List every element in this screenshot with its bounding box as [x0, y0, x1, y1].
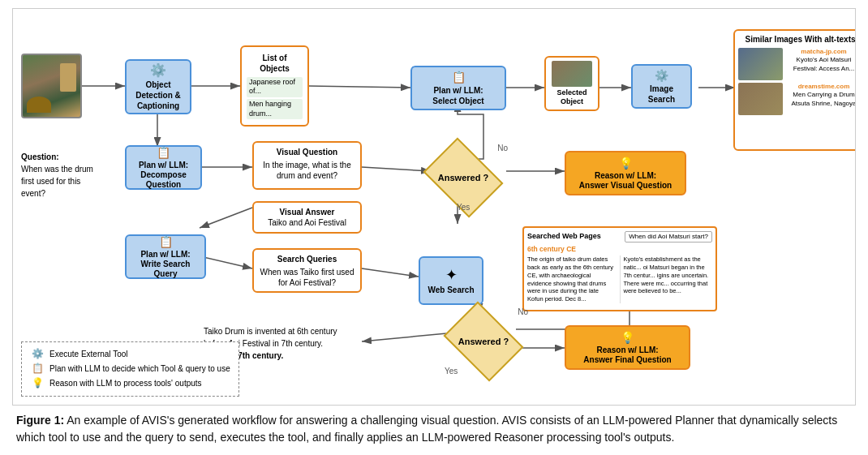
search-query-shown: When did Aoi Matsuri start?	[625, 231, 712, 243]
no-label-2: No	[518, 307, 528, 316]
visual-question-text: In the image, what is the drum and event…	[258, 160, 356, 181]
site1-label: matcha-jp.com	[785, 48, 856, 56]
question-label: Question:	[21, 152, 59, 161]
legend: ⚙️ Execute External Tool 📋 Plan with LLM…	[21, 341, 239, 397]
visual-answer-box: Visual Answer Taiko and Aoi Festival	[252, 201, 362, 234]
svg-line-13	[362, 268, 419, 277]
reason-visual-label: Reason w/ LLM: Answer Visual Question	[579, 171, 672, 191]
legend-item-1: ⚙️ Execute External Tool	[30, 347, 230, 362]
reason-final-box: 💡 Reason w/ LLM: Answer Final Question	[565, 325, 690, 370]
search-queries-text: When was Taiko first used for Aoi Festiv…	[258, 267, 356, 288]
web-search-icon: ✦	[445, 266, 458, 285]
caption-area: Figure 1: An example of AVIS's generated…	[12, 406, 856, 450]
main-container: ⚙️ Object Detection & Captioning List of…	[0, 0, 868, 455]
legend-label-3: Reason with LLM to process tools' output…	[49, 376, 202, 391]
web-search-label: Web Search	[428, 285, 474, 295]
object-detection-label: Object Detection & Captioning	[131, 79, 185, 111]
svg-line-12	[200, 256, 252, 268]
site2-text: Men Carrying a Drum Atsuta Shrine, Nagoy…	[785, 91, 856, 108]
web-result1: 6th century CE	[527, 245, 712, 254]
web-search-box: ✦ Web Search	[419, 256, 483, 305]
svg-line-11	[200, 208, 252, 228]
legend-label-1: Execute External Tool	[49, 347, 128, 362]
answered-diamond-1: Answered ? No Yes	[423, 145, 504, 210]
image-search-box: ⚙️ Image Search	[631, 64, 692, 109]
plan-icon-3: 📋	[159, 234, 173, 249]
search-queries-label: Search Queries	[277, 254, 337, 264]
search-icon: ⚙️	[655, 68, 668, 83]
input-photo	[21, 54, 82, 118]
svg-line-15	[362, 333, 447, 341]
visual-question-box: Visual Question In the image, what is th…	[252, 141, 362, 190]
plan-decompose-box: 📋 Plan w/ LLM: Decompose Question	[125, 145, 202, 190]
legend-item-3: 💡 Reason with LLM to process tools' outp…	[30, 376, 230, 391]
web-result3: Kyoto's establishment as the natic... oi…	[624, 255, 713, 303]
yes-label-1: Yes	[457, 203, 470, 212]
selected-object-label: Selected Object	[551, 88, 593, 106]
no-label-1: No	[497, 144, 508, 152]
site2-label: dreamstime.com	[785, 83, 856, 91]
question-area: Question: When was the drum first used f…	[21, 151, 102, 200]
visual-question-label: Visual Question	[277, 147, 337, 157]
list-item-1: Japanese roof of...	[247, 77, 303, 97]
plan-decompose-label: Plan w/ LLM: Decompose Question	[131, 161, 196, 190]
plan-icon-2: 📋	[157, 145, 170, 160]
list-of-objects-box: List of Objects Japanese roof of... Men …	[240, 45, 309, 127]
caption-text: An example of AVIS's generated workflow …	[16, 414, 837, 444]
plan-write-label: Plan w/ LLM: Write Search Query	[131, 250, 200, 279]
visual-answer-text: Taiko and Aoi Festival	[268, 217, 346, 228]
legend-item-2: 📋 Plan with LLM to decide which Tool & q…	[30, 362, 230, 376]
similar-images-title: Similar Images With alt-texts	[745, 34, 855, 45]
bulb-icon-2: 💡	[621, 330, 634, 345]
reason-visual-box: 💡 Reason w/ LLM: Answer Visual Question	[565, 151, 686, 195]
web-result-box: Searched Web Pages When did Aoi Matsuri …	[522, 226, 717, 311]
gear-icon: ⚙️	[150, 62, 166, 79]
similar-images-box: Similar Images With alt-texts matcha-jp.…	[733, 29, 856, 151]
plan-select-box: 📋 Plan w/ LLM: Select Object	[410, 66, 506, 110]
visual-answer-label: Visual Answer	[280, 207, 335, 217]
reason-final-label: Reason w/ LLM: Answer Final Question	[583, 346, 671, 365]
diagram-area: ⚙️ Object Detection & Captioning List of…	[12, 8, 856, 406]
plan-write-box: 📋 Plan w/ LLM: Write Search Query	[125, 234, 206, 279]
site1-text: Kyoto's Aoi Matsuri Festival: Access An.…	[785, 56, 856, 73]
list-of-objects-label: List of Objects	[247, 53, 303, 74]
plan-icon-1: 📋	[452, 70, 466, 84]
bulb-icon-1: 💡	[619, 156, 633, 170]
selected-object-box: Selected Object	[544, 56, 599, 111]
plan-select-label: Plan w/ LLM: Select Object	[432, 85, 483, 106]
web-result2: The origin of taiko drum dates back as e…	[527, 255, 621, 303]
question-text: When was the drum first used for this ev…	[21, 165, 93, 198]
list-item-2: Men hanging drum...	[247, 99, 303, 119]
svg-line-9	[362, 167, 431, 171]
reason-legend-icon: 💡	[30, 376, 45, 391]
yes-label-2: Yes	[445, 367, 458, 376]
svg-line-4	[309, 86, 410, 88]
search-queries-box: Search Queries When was Taiko first used…	[252, 248, 362, 293]
legend-label-2: Plan with LLM to decide which Tool & que…	[49, 362, 230, 376]
image-search-label: Image Search	[638, 84, 685, 105]
answered-diamond-2: Answered ? No Yes	[443, 309, 524, 374]
object-detection-box: ⚙️ Object Detection & Captioning	[125, 59, 191, 114]
searched-web-title: Searched Web Pages	[527, 232, 601, 242]
caption-bold: Figure 1:	[16, 414, 64, 427]
